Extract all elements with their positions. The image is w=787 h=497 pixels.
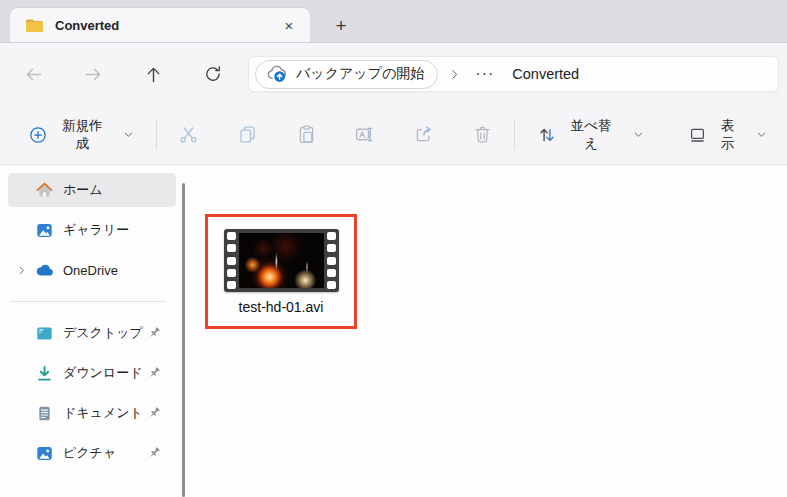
cut-button[interactable] [169,116,208,154]
breadcrumb-current-folder[interactable]: Converted [502,62,589,86]
view-button-label: 表示 [716,117,740,153]
file-name-label: test-hd-01.avi [239,299,324,315]
sidebar-item-pictures[interactable]: ピクチャ [8,436,176,470]
rename-icon [354,124,375,145]
tab-close-button[interactable]: × [276,12,302,38]
pin-icon [144,406,164,420]
forward-button[interactable] [73,56,113,92]
chevron-right-icon [448,68,461,81]
annotation-highlight-rectangle: test-hd-01.avi [205,214,357,329]
folder-icon [25,18,44,33]
share-button[interactable] [404,116,443,154]
sidebar-item-label: デスクトップ [63,324,144,342]
address-bar[interactable]: バックアップの開始 ··· Converted [248,56,779,92]
back-button[interactable] [13,56,53,92]
refresh-icon [203,64,223,84]
sidebar-item-onedrive[interactable]: OneDrive [8,253,176,287]
copy-icon [237,124,258,145]
tab-strip: Converted × + [0,0,787,43]
sort-button-label: 並べ替え [566,117,617,153]
fireworks-thumbnail-image [239,233,324,288]
file-list-area[interactable]: test-hd-01.avi [186,165,787,497]
desktop-icon [34,323,54,343]
onedrive-backup-label: バックアップの開始 [296,65,424,83]
new-button-label: 新規作成 [57,117,107,153]
sidebar-divider [10,301,166,302]
sidebar-item-desktop[interactable]: デスクトップ [8,316,176,350]
navigation-pane: ホーム ギャラリー [0,165,186,497]
breadcrumb-ellipsis-button[interactable]: ··· [467,63,502,85]
navigation-bar: バックアップの開始 ··· Converted [0,43,787,105]
refresh-button[interactable] [193,56,233,92]
view-icon [688,125,707,144]
pin-icon [144,366,164,380]
chevron-down-icon [123,129,134,140]
gallery-icon [34,220,54,240]
up-arrow-icon [143,64,164,85]
pin-icon [144,446,164,460]
sidebar-item-label: ホーム [63,181,176,199]
sidebar-item-label: ギャラリー [63,221,176,239]
sidebar-item-documents[interactable]: ドキュメント [8,396,176,430]
downloads-icon [34,363,54,383]
pictures-icon [34,443,54,463]
chevron-right-icon[interactable] [8,265,34,276]
sidebar-item-label: ドキュメント [63,404,144,422]
file-explorer-window: Converted × + [0,0,787,497]
paste-icon [296,124,317,145]
cut-icon [178,124,199,145]
rename-button[interactable] [346,116,385,154]
copy-button[interactable] [228,116,267,154]
delete-button[interactable] [463,116,502,154]
delete-icon [472,124,493,145]
chevron-down-icon [756,129,767,140]
home-icon [34,180,54,200]
documents-icon [34,403,54,423]
command-toolbar: 新規作成 [0,105,787,165]
pin-icon [144,326,164,340]
toolbar-divider [514,120,515,150]
toolbar-divider [156,120,157,150]
onedrive-icon [34,260,54,280]
sidebar-item-gallery[interactable]: ギャラリー [8,213,176,247]
tab-title: Converted [55,18,276,33]
forward-arrow-icon [83,64,104,85]
window-body: ホーム ギャラリー [0,165,787,497]
sidebar-item-downloads[interactable]: ダウンロード [8,356,176,390]
sidebar-item-label: OneDrive [63,263,176,278]
new-button[interactable]: 新規作成 [18,109,144,161]
sidebar-item-label: ダウンロード [63,364,144,382]
video-thumbnail [224,229,339,292]
tab-converted[interactable]: Converted × [10,8,310,42]
sort-arrows-icon [537,125,557,145]
sort-button[interactable]: 並べ替え [527,109,654,161]
onedrive-sync-cloud-icon [266,65,288,83]
up-button[interactable] [133,56,173,92]
plus-circle-icon [28,125,48,145]
view-button[interactable]: 表示 [678,109,777,161]
new-tab-button[interactable]: + [326,11,356,39]
back-arrow-icon [23,64,44,85]
sidebar-item-home[interactable]: ホーム [8,173,176,207]
chevron-down-icon [633,129,644,140]
sidebar-scrollbar[interactable] [182,183,185,497]
share-icon [413,124,434,145]
sidebar-item-label: ピクチャ [63,444,144,462]
file-test-hd-01-avi[interactable]: test-hd-01.avi [208,217,354,326]
paste-button[interactable] [287,116,326,154]
onedrive-backup-button[interactable]: バックアップの開始 [255,60,438,89]
